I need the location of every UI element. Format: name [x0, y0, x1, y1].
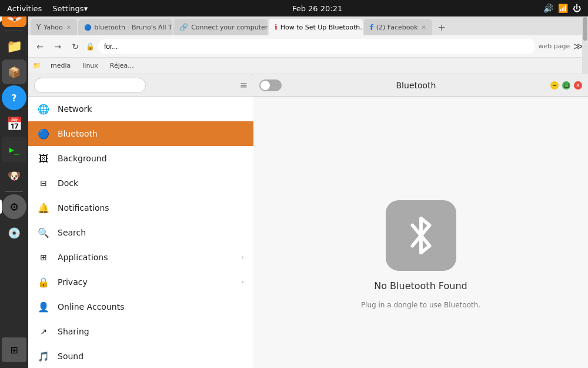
taskbar-icon-gimp[interactable]: 🐶 — [2, 163, 26, 188]
software-icon: 📦 — [8, 66, 21, 78]
applications-item-icon: ⊞ — [38, 251, 49, 263]
settings-notifications-label: Notifications — [58, 203, 244, 213]
bluetooth-icon — [400, 215, 442, 256]
gimp-icon: 🐶 — [8, 170, 21, 182]
settings-menu-button[interactable]: ≡ — [240, 79, 248, 91]
taskbar-divider — [5, 31, 23, 31]
forward-button[interactable]: → — [51, 39, 65, 54]
bluetooth-toggle[interactable] — [259, 79, 282, 91]
audio-icon[interactable]: 🔊 — [543, 4, 553, 13]
taskbar: 🦊 📁 📦 ? 📅 ▶_ 🐶 ⚙ 💿 ⊞ — [0, 0, 28, 368]
tab-facebook-close[interactable]: ✕ — [422, 24, 426, 31]
tab-yahoo[interactable]: Y Yahoo ✕ — [31, 19, 77, 35]
taskbar-icon-files[interactable]: 📁 — [2, 34, 26, 58]
howto-favicon: ℹ — [275, 23, 278, 31]
privacy-arrow-icon: › — [241, 278, 244, 286]
facebook-favicon: f — [370, 23, 373, 32]
apps-grid-button[interactable]: ⊞ — [2, 337, 26, 362]
tab-yahoo-label: Yahoo — [44, 24, 62, 31]
settings-gear-icon: ⚙ — [9, 201, 19, 213]
online-accounts-item-icon: 👤 — [38, 301, 49, 313]
settings-list: 🌐 Network 🔵 Bluetooth 🖼 Background ⊟ Doc… — [28, 97, 253, 368]
settings-applications-label: Applications — [58, 253, 233, 262]
network-icon[interactable]: 📶 — [558, 4, 568, 13]
scrollbar-thumb — [583, 17, 587, 41]
bookmarks-bar: 📁 media linux Réjea... — [28, 58, 588, 74]
calendar-icon: 📅 — [6, 117, 22, 131]
taskbar-icon-disks[interactable]: 💿 — [2, 220, 26, 245]
taskbar-bottom: ⊞ — [2, 337, 26, 368]
files-icon: 📁 — [6, 39, 22, 54]
settings-item-sharing[interactable]: ↗ Sharing — [28, 319, 253, 344]
bookmark-rejea-label: Réjea... — [110, 62, 134, 69]
help-icon: ? — [11, 92, 16, 104]
taskbar-icon-terminal[interactable]: ▶_ — [2, 137, 26, 162]
reload-button[interactable]: ↻ — [68, 39, 82, 54]
settings-search-input[interactable] — [34, 78, 146, 93]
maximize-button[interactable]: □ — [562, 81, 570, 89]
tab-bluetooth[interactable]: 🔵 bluetooth - Bruno's All Th... ✕ — [78, 19, 172, 35]
taskbar-icon-settings[interactable]: ⚙ — [2, 194, 26, 219]
activities-button[interactable]: Activities — [0, 0, 49, 16]
app-name-arrow: ▾ — [84, 4, 88, 13]
minimize-button[interactable]: − — [550, 81, 559, 89]
new-tab-button[interactable]: + — [433, 19, 450, 35]
taskbar-icon-help[interactable]: ? — [2, 85, 26, 110]
bluetooth-icon-wrapper — [386, 200, 456, 271]
tab-howto[interactable]: ℹ How to Set Up Bluetooth... ✕ — [269, 19, 363, 35]
settings-sharing-label: Sharing — [58, 327, 244, 336]
settings-item-background[interactable]: 🖼 Background — [28, 146, 253, 171]
terminal-icon: ▶_ — [9, 145, 19, 154]
power-icon[interactable]: ⏻ — [573, 4, 581, 13]
background-item-icon: 🖼 — [38, 152, 49, 164]
bookmark-media[interactable]: media — [48, 61, 73, 71]
tab-yahoo-close[interactable]: ✕ — [66, 24, 71, 31]
apps-grid-icon: ⊞ — [10, 344, 18, 356]
back-button[interactable]: ← — [33, 39, 47, 54]
tab-facebook[interactable]: f (2) Facebook ✕ — [364, 19, 432, 35]
no-bluetooth-label: No Bluetooth Found — [374, 280, 467, 291]
yahoo-favicon: Y — [36, 23, 41, 31]
bluetooth-item-icon: 🔵 — [38, 128, 49, 140]
lock-icon: 🔒 — [86, 42, 95, 51]
url-input[interactable] — [98, 39, 535, 54]
settings-item-online-accounts[interactable]: 👤 Online Accounts — [28, 294, 253, 319]
settings-item-dock[interactable]: ⊟ Dock — [28, 171, 253, 195]
settings-titlebar: 🔍 ≡ — [28, 74, 253, 97]
settings-item-search[interactable]: 🔍 Search — [28, 220, 253, 245]
sharing-item-icon: ↗ — [38, 326, 49, 337]
bookmark-linux[interactable]: linux — [80, 61, 101, 71]
taskbar-divider-2 — [5, 191, 23, 192]
tab-connect[interactable]: 🔗 Connect your computer t... ✕ — [173, 19, 268, 35]
tab-facebook-label: (2) Facebook — [376, 24, 418, 31]
bookmark-linux-label: linux — [82, 62, 98, 69]
settings-window: 🔍 ≡ 🌐 Network 🔵 Bluetooth 🖼 Background — [28, 74, 253, 368]
settings-item-sound[interactable]: 🎵 Sound — [28, 344, 253, 368]
tab-howto-label: How to Set Up Bluetooth... — [280, 24, 363, 31]
bluetooth-content: No Bluetooth Found Plug in a dongle to u… — [253, 97, 588, 368]
topbar-right-controls: 🔊 📶 ⏻ — [543, 4, 588, 13]
browser-area: Y Yahoo ✕ 🔵 bluetooth - Bruno's All Th..… — [28, 16, 588, 368]
settings-item-applications[interactable]: ⊞ Applications › — [28, 245, 253, 270]
tab-connect-label: Connect your computer t... — [191, 24, 268, 31]
close-button[interactable]: ✕ — [574, 81, 582, 89]
bookmark-rejea[interactable]: Réjea... — [108, 61, 136, 71]
settings-item-network[interactable]: 🌐 Network — [28, 97, 253, 121]
window-controls: − □ ✕ — [550, 81, 582, 89]
settings-search-label: Search — [58, 228, 244, 237]
sound-item-icon: 🎵 — [38, 350, 49, 362]
search-wrapper: 🔍 — [34, 78, 235, 93]
taskbar-icon-software[interactable]: 📦 — [2, 59, 26, 84]
settings-item-notifications[interactable]: 🔔 Notifications — [28, 195, 253, 220]
connect-favicon: 🔗 — [179, 23, 188, 31]
app-name-button[interactable]: Settings ▾ — [49, 0, 91, 16]
settings-item-privacy[interactable]: 🔒 Privacy › — [28, 270, 253, 294]
settings-sound-label: Sound — [58, 352, 244, 361]
bluetooth-hint-label: Plug in a dongle to use Bluetooth. — [361, 301, 480, 309]
taskbar-icon-calendar[interactable]: 📅 — [2, 111, 26, 136]
settings-online-accounts-label: Online Accounts — [58, 302, 244, 311]
settings-item-bluetooth[interactable]: 🔵 Bluetooth — [28, 121, 253, 146]
topbar-datetime: Feb 26 20:21 — [91, 4, 543, 13]
privacy-item-icon: 🔒 — [38, 276, 49, 288]
settings-background-label: Background — [58, 154, 244, 163]
